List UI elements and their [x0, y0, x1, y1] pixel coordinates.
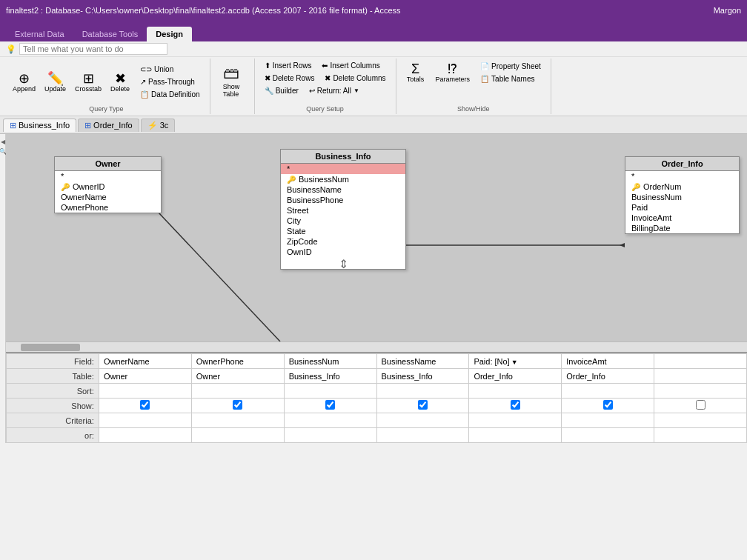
business-info-row-street: Street: [281, 205, 405, 216]
order-info-row-paid: Paid: [625, 202, 739, 213]
grid-row-criteria: Criteria:: [7, 413, 747, 428]
grid-cell-show-6[interactable]: [562, 399, 654, 413]
table-order-info[interactable]: Order_Info * 🔑 OrderNum BusinessNum Paid…: [625, 156, 740, 234]
diagram-scrollbar-h[interactable]: [6, 341, 747, 352]
ribbon-btn-show-table[interactable]: 🗃 ShowTable: [216, 60, 247, 101]
ribbon-btn-crosstab[interactable]: ⊞ Crosstab: [71, 70, 105, 95]
grid-cell-or-2[interactable]: [191, 428, 284, 443]
show-checkbox-4[interactable]: [418, 400, 428, 410]
grid-cell-show-2[interactable]: [191, 399, 284, 413]
main-content: Owner * 🔑 OwnerID OwnerName OwnerPhone B…: [6, 134, 747, 443]
grid-cell-sort-5[interactable]: [469, 384, 562, 399]
tell-me-input[interactable]: [19, 43, 167, 55]
grid-cell-table-7[interactable]: [654, 369, 747, 384]
grid-cell-table-6[interactable]: Order_Info: [562, 369, 654, 384]
show-checkbox-6[interactable]: [603, 400, 613, 410]
ribbon: ⊕ Append ✏️ Update ⊞ Crosstab ✖ Delete: [0, 57, 747, 116]
grid-cell-field-6[interactable]: InvoiceAmt: [562, 354, 654, 369]
grid-cell-or-7[interactable]: [654, 428, 747, 443]
grid-cell-or-3[interactable]: [284, 428, 376, 443]
tell-me-bar[interactable]: 💡: [0, 41, 747, 57]
query-tab-business-info[interactable]: ⊞ Business_Info: [3, 119, 76, 132]
grid-cell-show-3[interactable]: [284, 399, 376, 413]
ribbon-btn-insert-rows[interactable]: ⬆ Insert Rows: [261, 60, 316, 71]
grid-cell-sort-2[interactable]: [191, 384, 284, 399]
ribbon-btn-update[interactable]: ✏️ Update: [41, 70, 70, 95]
grid-label-table: Table:: [7, 369, 99, 384]
svg-marker-2: [620, 243, 625, 247]
parameters-icon: ⁉: [448, 62, 457, 76]
ribbon-btn-data-definition[interactable]: 📋 Data Definition: [136, 89, 204, 100]
grid-cell-criteria-7[interactable]: [654, 413, 747, 428]
grid-row-table: Table: Owner Owner Business_Info Busines…: [7, 369, 747, 384]
ribbon-btn-property-sheet[interactable]: 📄 Property Sheet: [477, 61, 545, 72]
scrollbar-thumb[interactable]: [21, 344, 80, 351]
query-tab-3c[interactable]: ⚡ 3c: [141, 119, 176, 132]
order-info-row-asterisk: *: [625, 171, 739, 181]
grid-cell-or-4[interactable]: [376, 428, 469, 443]
resize-handle[interactable]: ⇕: [281, 257, 405, 269]
business-info-row-businessphone: BusinessPhone: [281, 195, 405, 205]
ribbon-btn-append[interactable]: ⊕ Append: [9, 70, 39, 95]
grid-cell-sort-1[interactable]: [99, 384, 191, 399]
show-checkbox-7[interactable]: [696, 400, 706, 410]
grid-cell-sort-4[interactable]: [376, 384, 469, 399]
business-info-tab-icon: ⊞: [10, 121, 16, 130]
grid-cell-field-7[interactable]: [654, 354, 747, 369]
grid-cell-field-5[interactable]: Paid: [No]▼: [469, 354, 562, 369]
show-checkbox-1[interactable]: [140, 400, 150, 410]
grid-cell-table-4[interactable]: Business_Info: [376, 369, 469, 384]
grid-cell-table-3[interactable]: Business_Info: [284, 369, 376, 384]
grid-cell-field-1[interactable]: OwnerName: [99, 354, 191, 369]
ribbon-group-show-table: 🗃 ShowTable: [210, 59, 255, 114]
ribbon-btn-return[interactable]: ↩ Return: All ▼: [305, 85, 363, 96]
grid-cell-criteria-4[interactable]: [376, 413, 469, 428]
grid-cell-table-5[interactable]: Order_Info: [469, 369, 562, 384]
grid-cell-sort-7[interactable]: [654, 384, 747, 399]
grid-label-field: Field:: [7, 354, 99, 369]
grid-cell-show-7[interactable]: [654, 399, 747, 413]
business-info-row-ownid: OwnID: [281, 247, 405, 257]
grid-cell-criteria-2[interactable]: [191, 413, 284, 428]
tab-external-data[interactable]: External Data: [6, 27, 73, 41]
ribbon-btn-delete[interactable]: ✖ Delete: [107, 70, 133, 95]
grid-cell-or-5[interactable]: [469, 428, 562, 443]
grid-cell-criteria-3[interactable]: [284, 413, 376, 428]
tab-database-tools[interactable]: Database Tools: [73, 27, 147, 41]
grid-cell-show-1[interactable]: [99, 399, 191, 413]
show-checkbox-2[interactable]: [233, 400, 242, 410]
table-owner[interactable]: Owner * 🔑 OwnerID OwnerName OwnerPhone: [54, 156, 162, 213]
grid-cell-sort-6[interactable]: [562, 384, 654, 399]
grid-cell-show-4[interactable]: [376, 399, 469, 413]
show-checkbox-5[interactable]: [511, 400, 520, 410]
grid-cell-field-2[interactable]: OwnerPhone: [191, 354, 284, 369]
grid-cell-criteria-6[interactable]: [562, 413, 654, 428]
show-checkbox-3[interactable]: [325, 400, 335, 410]
ribbon-btn-delete-columns[interactable]: ✖ Delete Columns: [321, 73, 389, 84]
ribbon-btn-pass-through[interactable]: ↗ Pass-Through: [136, 76, 204, 87]
grid-cell-show-5[interactable]: [469, 399, 562, 413]
ribbon-btn-union[interactable]: ⊂⊃ Union: [136, 64, 204, 75]
owner-row-ownername: OwnerName: [55, 192, 161, 202]
table-business-info[interactable]: Business_Info * 🔑 BusinessNum BusinessNa…: [280, 149, 406, 270]
ribbon-btn-table-names[interactable]: 📋 Table Names: [477, 73, 545, 84]
left-nav-arrow-up[interactable]: ◀: [1, 139, 5, 145]
ribbon-btn-insert-columns[interactable]: ⬅ Insert Columns: [318, 60, 383, 71]
grid-cell-field-4[interactable]: BusinessName: [376, 354, 469, 369]
ribbon-btn-parameters[interactable]: ⁉ Parameters: [432, 60, 474, 85]
diagram-area[interactable]: Owner * 🔑 OwnerID OwnerName OwnerPhone B…: [6, 134, 747, 341]
grid-cell-criteria-5[interactable]: [469, 413, 562, 428]
ribbon-btn-totals[interactable]: Σ Totals: [402, 60, 429, 85]
grid-cell-criteria-1[interactable]: [99, 413, 191, 428]
ribbon-btn-delete-rows[interactable]: ✖ Delete Rows: [261, 73, 319, 84]
query-tab-order-info[interactable]: ⊞ Order_Info: [78, 119, 139, 132]
tab-design[interactable]: Design: [147, 27, 192, 41]
grid-cell-sort-3[interactable]: [284, 384, 376, 399]
ribbon-btn-builder[interactable]: 🔧 Builder: [261, 85, 302, 96]
grid-cell-or-1[interactable]: [99, 428, 191, 443]
grid-cell-or-6[interactable]: [562, 428, 654, 443]
grid-cell-table-2[interactable]: Owner: [191, 369, 284, 384]
content-row: ◀ 🔍 Owner * 🔑 OwnerID OwnerNam: [0, 134, 747, 443]
grid-cell-field-3[interactable]: BusinessNum: [284, 354, 376, 369]
grid-cell-table-1[interactable]: Owner: [99, 369, 191, 384]
